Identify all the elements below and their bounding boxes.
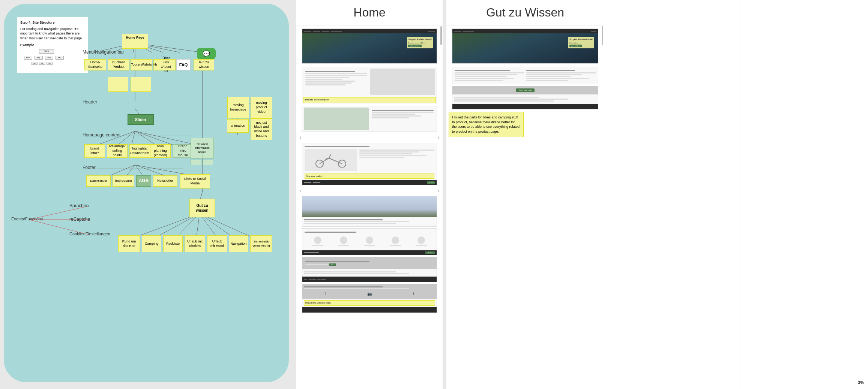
gut-under-section: [452, 94, 598, 104]
webpage-thumb-2: Bike info and description: [302, 67, 437, 104]
sticky-gut-zu-wissen[interactable]: Gut zu wissen: [189, 199, 215, 217]
hero-overlay-1: So geht Radeln heute! Entdecke unsere E-…: [407, 37, 433, 48]
sticky-tour[interactable]: Tour/ planning (komool): [150, 144, 171, 158]
step-diagram: Home About Blog Shop FAQ Sub Sub Sub: [20, 49, 73, 70]
prod-nav-1: [304, 182, 311, 183]
footer-label: Footer: [83, 165, 96, 170]
icon-item-4: [390, 236, 401, 247]
icon-circle-3: [366, 236, 373, 244]
next-arrow-1[interactable]: ›: [437, 133, 440, 141]
diagram-sub-3: Sub: [47, 62, 53, 65]
homepage-content-line: [109, 136, 191, 136]
webpage-thumb-3: [302, 106, 437, 132]
sticky-packliste[interactable]: Packliste: [163, 235, 183, 252]
icon-row: [305, 235, 434, 248]
home-column-header: Home: [296, 0, 443, 25]
nav-arrows-1: ‹ ›: [299, 133, 440, 141]
sticky-faq[interactable]: FAQ: [176, 59, 191, 70]
svg-line-38: [320, 158, 329, 164]
webpage-thumb-4: Note about product Buchen: [302, 143, 437, 186]
info-btn[interactable]: Buchen: [425, 251, 435, 254]
gut-nav-dot-2: [463, 31, 474, 31]
sticky-buchen[interactable]: Buchen/ Product: [108, 59, 129, 70]
gut-footer: [452, 104, 598, 109]
next-arrow-2[interactable]: ›: [437, 187, 440, 194]
sticky-home[interactable]: Home/ Startseite: [84, 59, 106, 70]
sticky-rund[interactable]: Rund um das Rad: [118, 235, 140, 252]
sticky-newsletter[interactable]: Newsletter: [153, 175, 177, 187]
icon-circle-2: [340, 236, 347, 244]
gut-content-grid: [452, 67, 598, 84]
sticky-uber[interactable]: Über uns /About us: [157, 59, 176, 70]
gut-webpage-2: [452, 67, 598, 84]
sticky-datenschutz[interactable]: Datenschutz: [86, 175, 111, 187]
svg-line-12: [135, 131, 158, 146]
sticky-sicherheit[interactable]: Sicherheit& Versicherung: [250, 235, 272, 252]
sticky-social-media[interactable]: Links to Social Media: [180, 174, 210, 189]
content-note-1: Bike info and description: [303, 97, 436, 103]
product-section: [302, 143, 437, 174]
bike-silhouette: [312, 153, 350, 168]
sticky-green-3: [191, 160, 201, 165]
sprachen-label: Sprachen: [69, 203, 89, 208]
prev-arrow-2[interactable]: ‹: [299, 187, 302, 194]
gut-hero-btn[interactable]: Mehr erfahren: [569, 45, 582, 47]
sticky-agb[interactable]: AGB: [136, 175, 151, 187]
sticky-gut[interactable]: Gut zu wissen: [194, 59, 214, 70]
gut-nav-dot-1: [454, 31, 461, 31]
icon-circle-1: [314, 236, 321, 244]
nav-dot-5: [428, 31, 435, 31]
sticky-highlights[interactable]: highlights/ Downstream: [129, 144, 150, 158]
icon-item-5: [416, 236, 427, 247]
header-line: [98, 103, 203, 103]
site-structure-card: Step 4: Site Structure For routing and n…: [4, 4, 289, 382]
sticky-urlaub-kinder[interactable]: Urlaub mit Kindern: [185, 235, 205, 252]
animation-sticky[interactable]: animation: [227, 119, 249, 133]
icon-twitter: t: [413, 292, 414, 296]
nav-bar-1: [302, 29, 437, 33]
webpage-thumb-8: f 📷 t Product links and social media: [302, 284, 437, 313]
prod-btn[interactable]: Buchen: [427, 181, 435, 184]
footer-text-1: AGB: [304, 278, 307, 280]
cookies-label: Cookies Einstellungen: [69, 232, 110, 236]
homepage-sticky[interactable]: Home Page: [122, 34, 148, 49]
slider-button[interactable]: Slider: [128, 114, 154, 125]
gut-cta-btn[interactable]: Jetzt buchen: [516, 88, 535, 92]
sticky-navigation[interactable]: Navigation: [229, 235, 248, 252]
recaptcha-label: reCaptcha: [69, 217, 90, 222]
moving-product-video-sticky[interactable]: moving product video: [251, 97, 272, 118]
nav-dot-2: [313, 31, 320, 31]
sticky-touren[interactable]: Touren/Fahrts: [131, 59, 152, 70]
info-section: [302, 229, 437, 250]
nav-dot-4: [331, 31, 342, 31]
icon-circle-5: [417, 236, 425, 244]
gut-scrollbar[interactable]: [602, 26, 603, 45]
gut-nav-dot-3: [591, 31, 596, 31]
page-footer: AGB Impressum Datenschutz: [302, 277, 437, 282]
sticky-brand-intro-2[interactable]: Brand Intro mouse: [173, 144, 193, 158]
sticky-urlaub-hund[interactable]: Urlaub mit Hund: [207, 235, 227, 252]
sticky-impressum[interactable]: Impressum: [113, 175, 134, 187]
icon-item-3: [364, 236, 375, 247]
gut-col-left: [455, 69, 524, 82]
home-scrollbar[interactable]: [440, 26, 442, 45]
step-example-label: Example: [20, 43, 85, 48]
gut-column: Gut zu Wissen So geht Radeln heute! Gut …: [446, 0, 604, 389]
hero-btn-1[interactable]: Jetzt entdecken: [408, 45, 422, 47]
footer-line: [97, 169, 183, 169]
diagram-box-1: About: [24, 56, 32, 60]
sticky-brand-intro[interactable]: brand intro?: [84, 144, 105, 158]
gut-col-right: [526, 69, 596, 82]
gray-btn[interactable]: Mehr: [329, 263, 336, 266]
diagram-sub-1: Sub: [32, 62, 38, 65]
bike-product-image: [305, 149, 357, 171]
step-title: Step 4: Site Structure: [20, 20, 85, 25]
sticky-camping[interactable]: Camping: [142, 235, 161, 252]
footer-text-2: Impressum: [308, 278, 316, 280]
prev-arrow-1[interactable]: ‹: [299, 133, 302, 141]
not-just-black-sticky[interactable]: not just black and white and buttons: [251, 118, 272, 140]
moving-homepage-sticky[interactable]: moving homepage: [227, 97, 249, 118]
step-info-box: Step 4: Site Structure For routing and n…: [17, 17, 88, 73]
sticky-advantage[interactable]: advantage/ selling points: [107, 144, 128, 158]
gut-yellow-note: I mixed the parts for bikes and camping …: [449, 112, 524, 137]
